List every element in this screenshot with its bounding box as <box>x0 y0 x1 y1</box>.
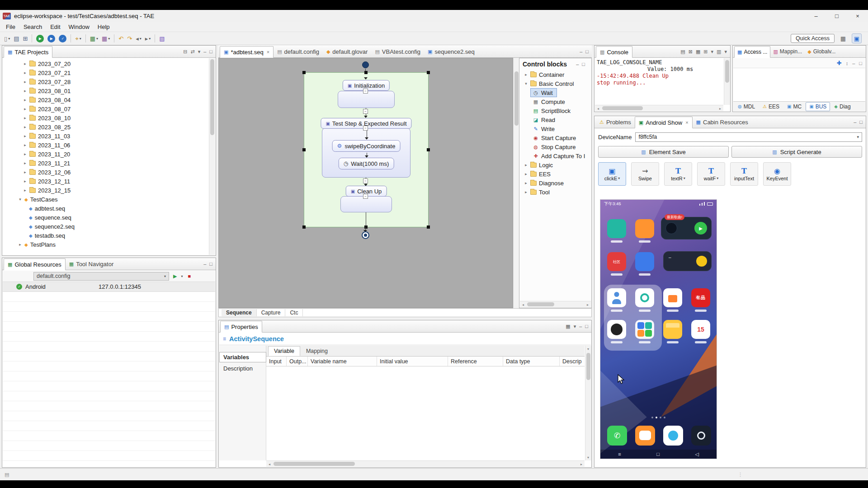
open-console-icon[interactable]: ⊞ <box>703 49 708 55</box>
palette-group[interactable]: ▸ Diagnose <box>519 178 591 188</box>
expand-arrow-icon[interactable]: ▸ <box>23 89 27 93</box>
testplans-row[interactable]: ▸ ◆ TestPlans <box>3 240 215 249</box>
app-icon-tools-folder[interactable] <box>635 320 654 339</box>
palette-group[interactable]: ▸ EES <box>519 169 591 178</box>
properties-inner-tab[interactable]: Variable <box>268 346 300 356</box>
menu-item[interactable]: Help <box>94 23 114 31</box>
project-folder-row[interactable]: ▸ 2023_08_25 <box>3 122 215 131</box>
run-button[interactable]: ▶ <box>35 33 45 44</box>
project-folder-row[interactable]: ▸ 2023_08_04 <box>3 95 215 104</box>
project-folder-row[interactable]: ▸ 2023_11_03 <box>3 131 215 141</box>
expand-arrow-icon[interactable]: ▸ <box>23 170 27 174</box>
app-icon-browser[interactable] <box>607 320 626 339</box>
properties-inner-tab[interactable]: Mapping <box>300 346 334 356</box>
remote-widget[interactable]: – <box>663 251 712 271</box>
caret-icon[interactable]: ▾ <box>724 49 727 55</box>
open-type-button[interactable]: ▦▾ <box>89 33 99 44</box>
minimize-view-icon[interactable]: – <box>576 61 579 67</box>
project-folder-row[interactable]: ▸ 2023_07_28 <box>3 77 215 86</box>
palette-item[interactable]: ▤ ScriptBlock <box>530 106 575 115</box>
projects-scrollbar[interactable] <box>209 58 215 255</box>
expand-arrow-icon[interactable]: ▸ <box>23 116 27 120</box>
expand-arrow-icon[interactable]: ▸ <box>23 61 27 66</box>
collapse-all-icon[interactable]: ⊟ <box>183 49 187 55</box>
forward-button[interactable]: ▸▾ <box>144 33 152 44</box>
bus-type-tab[interactable]: ▣ MC <box>783 102 805 111</box>
project-folder-row[interactable]: ▸ 2023_11_06 <box>3 141 215 150</box>
minimize-view-icon[interactable]: – <box>579 324 582 329</box>
console-scrollbar[interactable] <box>724 58 730 105</box>
editor-tab[interactable]: *adbtest.seq × <box>220 46 274 58</box>
seq-file-row[interactable]: ◆ sequence.seq <box>3 213 215 222</box>
perspective-tae-button[interactable]: ▣ <box>852 33 862 43</box>
collapse-toggle-icon[interactable] <box>363 109 368 114</box>
app-icon-security[interactable] <box>607 219 626 238</box>
bus-type-tab[interactable]: ◈ Diag <box>830 102 854 111</box>
pin-console-icon[interactable]: ▦ <box>696 49 700 55</box>
palette-item[interactable]: ▦ Compute <box>530 97 569 106</box>
minimize-view-icon[interactable]: – <box>854 119 856 125</box>
palette-item[interactable]: ◉ Start Capture <box>530 133 580 142</box>
palette-item[interactable]: ✎ Write <box>530 124 559 133</box>
expand-arrow-icon[interactable]: ▸ <box>23 152 27 156</box>
device-row[interactable]: ✓ Android 127.0.0.1:12345 <box>3 282 215 292</box>
table-column-header[interactable]: Data type <box>503 357 560 366</box>
view-tab[interactable]: ▦ Global Resources <box>4 258 66 270</box>
collapse-arrow-icon[interactable]: ▾ <box>524 81 528 86</box>
save-button[interactable]: ▤ <box>12 33 20 44</box>
project-folder-row[interactable]: ▸ 2023_08_07 <box>3 104 215 113</box>
android-tool-button[interactable]: T inputText <box>730 162 758 186</box>
dock-icon-camera[interactable] <box>691 426 711 446</box>
menu-item[interactable]: Window <box>65 23 94 31</box>
collapse-toggle-icon[interactable] <box>363 126 368 131</box>
editor-bottom-tab[interactable]: Sequence <box>222 309 257 316</box>
annotation-button[interactable]: ▧ <box>158 33 166 44</box>
android-tool-button[interactable]: T waitF ▾ <box>697 162 725 186</box>
android-tool-button[interactable]: ⇝ Swipe <box>631 162 659 186</box>
canvas-scrollbar[interactable] <box>513 58 519 308</box>
maximize-view-icon[interactable]: □ <box>209 49 212 54</box>
minimize-view-icon[interactable]: – <box>203 49 206 54</box>
close-window-button[interactable]: × <box>847 10 868 22</box>
table-column-header[interactable]: Outp... <box>287 357 308 366</box>
app-icon-themes[interactable] <box>635 252 654 271</box>
console-hscrollbar[interactable]: ◂ ▸ <box>595 105 723 111</box>
editor-tab[interactable]: default.glovar × <box>323 46 372 57</box>
end-node[interactable] <box>362 231 369 239</box>
redo-button[interactable]: ↷ <box>126 33 133 44</box>
project-folder-row[interactable]: ▸ 2023_07_20 <box>3 59 215 68</box>
editor-tab[interactable]: sequence2.seq × <box>424 46 478 57</box>
close-tab-icon[interactable]: × <box>685 120 688 125</box>
run-config-button[interactable]: ▶ <box>46 33 57 44</box>
table-column-header[interactable]: Variable name <box>308 357 377 366</box>
view-menu-icon[interactable]: ▾ <box>574 324 576 329</box>
view-tab[interactable]: ▦ Tool Navigator <box>66 258 118 270</box>
maximize-window-button[interactable]: □ <box>826 10 847 22</box>
tab-tae-projects[interactable]: ▦ TAE Projects <box>4 46 52 58</box>
play-music-icon[interactable]: ▶ <box>694 222 707 235</box>
project-folder-row[interactable]: ▸ 2023_12_06 <box>3 168 215 177</box>
maximize-view-icon[interactable]: □ <box>582 61 585 67</box>
remote-button-icon[interactable] <box>696 256 707 267</box>
display-console-icon[interactable]: ▥ <box>717 49 721 55</box>
run-menu-caret-icon[interactable]: ▾ <box>181 274 183 278</box>
app-icon-youpin[interactable]: 有品 <box>691 288 710 307</box>
app-icon-settings[interactable] <box>635 288 654 307</box>
tab-console[interactable]: ▥ Console <box>596 46 632 58</box>
palette-group-container[interactable]: ▸ Container <box>519 70 591 79</box>
app-icon-file-manager[interactable] <box>663 320 682 339</box>
element-save-button[interactable]: ▥ Element Save <box>598 146 729 158</box>
maximize-editor-icon[interactable]: □ <box>585 49 589 54</box>
quick-access-button[interactable]: Quick Access <box>791 34 835 43</box>
nav-back-icon[interactable]: ◁ <box>695 451 698 457</box>
editor-tab[interactable]: default.config × <box>274 46 323 57</box>
project-folder-row[interactable]: ▸ 2023_11_21 <box>3 159 215 168</box>
perspective-other-button[interactable]: ▦ <box>838 33 848 43</box>
menu-item[interactable]: File <box>2 23 19 31</box>
save-all-button[interactable]: ⊞ <box>21 33 29 44</box>
testcases-row[interactable]: ▾ ◆ TestCases <box>3 195 215 204</box>
editor-bottom-tab[interactable]: Ctc <box>285 309 303 316</box>
palette-scrollbar[interactable]: ◂ ▸ <box>520 301 591 307</box>
script-generate-button[interactable]: ▥ Script Generate <box>731 146 862 158</box>
seq-file-row[interactable]: ◆ testadb.seq <box>3 231 215 240</box>
